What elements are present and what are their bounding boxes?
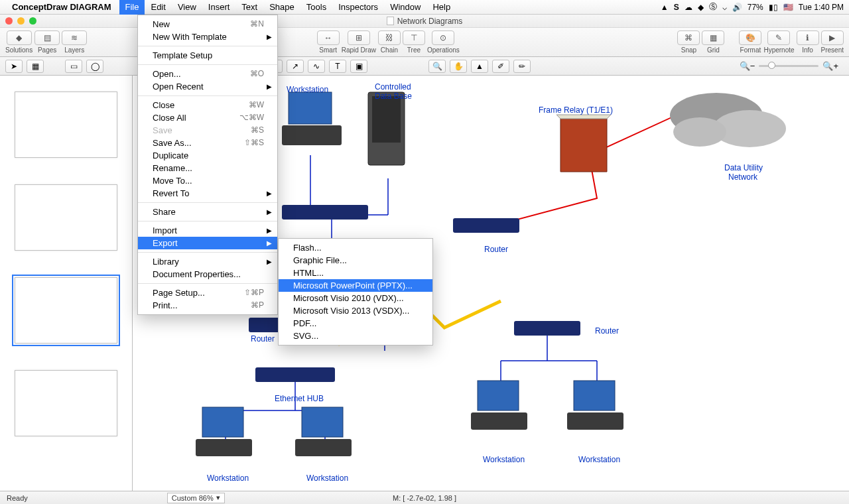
grid-button[interactable]: ▦Grid [702,31,724,54]
pointer-tool[interactable]: ➤ [5,60,23,73]
export-submenu-dropdown[interactable]: Flash...Graphic File...HTML...Microsoft … [278,238,433,346]
file-menu-item[interactable]: Move To... [138,174,277,187]
file-menu-item[interactable]: Export▶ [138,237,277,249]
page-thumb-4[interactable] [15,370,117,436]
menu-help[interactable]: Help [426,0,456,15]
export-menu-item[interactable]: Microsoft Visio 2010 (VDX)... [279,292,432,304]
fill-tool[interactable]: ▲ [471,60,488,73]
s-icon[interactable]: S [674,3,679,12]
zoom-out-icon[interactable]: 🔍− [740,61,755,71]
zoom-thumb[interactable] [768,62,775,69]
minimize-window-button[interactable] [17,17,25,25]
file-menu-item[interactable]: Library▶ [138,255,277,268]
menu-shape[interactable]: Shape [263,0,300,15]
thumbnail-panel[interactable] [0,76,133,491]
tree-button[interactable]: ⊤Tree [403,31,425,54]
menu-file[interactable]: File [119,0,145,15]
wifi-icon[interactable]: ⌵ [722,3,727,12]
zoom-window-button[interactable] [29,17,36,25]
file-menu-dropdown[interactable]: New⌘NNew With Template▶Template SetupOpe… [137,15,278,315]
zoom-slider[interactable]: 🔍− 🔍+ [740,61,838,71]
menu-inspectors[interactable]: Inspectors [332,0,384,15]
connector-tool[interactable]: ↗ [287,60,304,73]
page-thumb-3[interactable] [15,277,117,344]
operations-button[interactable]: ⊙Operations [427,31,460,54]
cloud-icon[interactable]: ☁ [685,3,692,12]
solutions-button[interactable]: ◆Solutions [5,31,33,54]
export-menu-item[interactable]: Graphic File... [279,254,432,267]
present-button[interactable]: ▶Present [821,31,844,54]
close-window-button[interactable] [5,17,13,25]
vlc-icon[interactable]: ▲ [661,3,669,12]
format-button[interactable]: 🎨Format [739,31,761,54]
hypernote-button[interactable]: ✎Hypernote [763,31,794,54]
page-thumb-2[interactable] [15,184,117,251]
pan-tool[interactable]: ✋ [450,60,467,73]
info-button[interactable]: ℹInfo [797,31,819,54]
file-menu-item[interactable]: Share▶ [138,206,277,218]
eraser-tool[interactable]: ✏ [513,60,531,73]
smart-icon: ↔ [317,31,340,45]
clock[interactable]: Tue 1:40 PM [799,3,844,12]
file-menu-item[interactable]: Close All⌥⌘W [138,111,277,124]
rapiddraw-button[interactable]: ⊞Rapid Draw [342,31,376,54]
diamond-icon[interactable]: ◆ [698,3,704,12]
file-menu-item[interactable]: Rename... [138,162,277,174]
menu-edit[interactable]: Edit [145,0,171,15]
menu-view[interactable]: View [172,0,202,15]
zoom-readout[interactable]: Custom 86%▾ [167,493,225,503]
file-menu-item[interactable]: Print...⌘P [138,299,277,312]
hypernote-icon: ✎ [767,31,790,45]
rect-tool[interactable]: ▭ [65,60,82,73]
zoom-track[interactable] [759,65,818,67]
battery-icon[interactable]: ▮▯ [769,3,778,12]
pages-button[interactable]: ▤Pages [34,31,60,54]
file-menu-item[interactable]: Document Properties... [138,268,277,281]
file-menu-item[interactable]: Open Recent▶ [138,80,277,93]
svg-rect-33 [471,412,527,430]
lbl-workstation-top: Workstation [287,85,328,94]
menu-text[interactable]: Text [235,0,263,15]
menu-window[interactable]: Window [384,0,426,15]
ellipse-tool[interactable]: ◯ [86,60,103,73]
export-menu-item[interactable]: SVG... [279,330,432,342]
chain-icon: ⛓ [378,31,401,45]
file-menu-item[interactable]: Import▶ [138,224,277,237]
export-menu-item[interactable]: Microsoft PowerPoint (PPTX)... [279,279,432,292]
export-menu-item[interactable]: PDF... [279,317,432,330]
snap-button[interactable]: ⌘Snap [677,31,700,54]
file-menu-item[interactable]: Page Setup...⇧⌘P [138,286,277,299]
eyedropper-tool[interactable]: ✐ [492,60,509,73]
lbl-ws-r1: Workstation [483,455,525,464]
file-menu-item[interactable]: New⌘N [138,18,277,31]
file-menu-item[interactable]: Template Setup [138,49,277,62]
pages-icon: ▤ [34,31,60,45]
marquee-tool[interactable]: ▦ [27,60,44,73]
svg-marker-21 [556,115,611,119]
menu-insert[interactable]: Insert [202,0,236,15]
file-menu-item[interactable]: Duplicate [138,149,277,162]
export-menu-item[interactable]: HTML... [279,267,432,279]
volume-icon[interactable]: 🔊 [732,3,742,12]
export-menu-item[interactable]: Microsoft Visio 2013 (VSDX)... [279,304,432,317]
file-menu-item[interactable]: Revert To▶ [138,187,277,200]
svg-rect-29 [196,439,252,456]
shape-tool[interactable]: ▣ [350,60,367,73]
chain-button[interactable]: ⛓Chain [378,31,401,54]
menu-tools[interactable]: Tools [300,0,332,15]
file-menu-item[interactable]: Save As...⇧⌘S [138,137,277,149]
file-menu-item[interactable]: Close⌘W [138,99,277,111]
layers-button[interactable]: ≋Layers [62,31,87,54]
skype-icon[interactable]: Ⓢ [709,1,717,13]
zoom-in-icon[interactable]: 🔍+ [822,61,838,71]
flag-icon[interactable]: 🇺🇸 [783,3,793,12]
file-menu-item[interactable]: New With Template▶ [138,31,277,43]
text-tool[interactable]: T [329,60,346,73]
zoom-in-tool[interactable]: 🔍 [428,60,446,73]
curve-tool[interactable]: ∿ [308,60,325,73]
traffic-lights [5,17,36,25]
file-menu-item[interactable]: Open...⌘O [138,68,277,80]
page-thumb-1[interactable] [15,92,117,158]
export-menu-item[interactable]: Flash... [279,241,432,254]
smart-button[interactable]: ↔Smart [317,31,340,54]
